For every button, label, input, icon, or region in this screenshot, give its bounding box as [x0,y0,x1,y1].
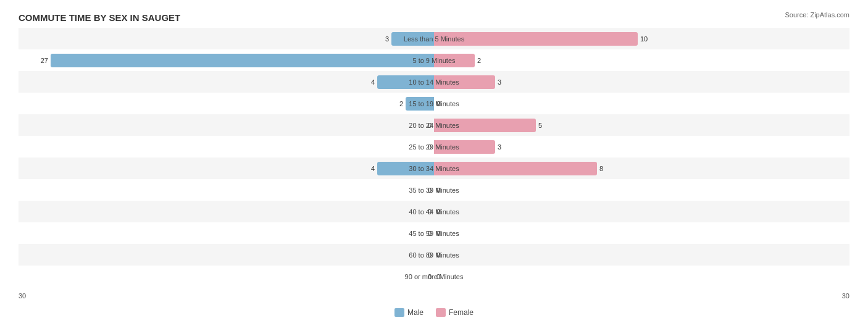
chart-row: 45 to 59 Minutes00 [19,222,849,244]
value-female: 3 [498,143,501,151]
value-male: 0 [428,208,432,216]
chart-row: 35 to 39 Minutes00 [19,179,849,201]
chart-row: 10 to 14 Minutes43 [19,71,849,93]
value-female: 0 [436,187,440,194]
row-label: 90 or more Minutes [405,273,464,280]
bar-female [434,75,495,89]
value-male: 4 [371,78,375,86]
axis-left: 30 [19,292,26,300]
legend-female-box [436,308,446,317]
value-female: 5 [538,122,542,129]
source-label: Source: ZipAtlas.com [785,11,849,19]
bar-male [377,75,434,89]
value-male: 0 [428,143,432,151]
chart-row: 30 to 34 Minutes48 [19,157,849,179]
chart-row: 20 to 24 Minutes05 [19,114,849,136]
row-label: 35 to 39 Minutes [409,187,459,194]
value-male: 0 [428,251,432,259]
value-female: 3 [498,78,501,86]
legend-female-label: Female [449,308,474,317]
chart-row: 40 to 44 Minutes00 [19,201,849,222]
bar-female [434,119,536,132]
bar-male [406,97,434,111]
chart-title: COMMUTE TIME BY SEX IN SAUGET [19,12,849,23]
row-label: 40 to 44 Minutes [409,208,459,216]
value-male: 0 [428,273,432,280]
chart-container: COMMUTE TIME BY SEX IN SAUGET Source: Zi… [0,0,868,323]
value-male: 3 [385,35,389,43]
value-female: 8 [599,165,603,172]
value-female: 0 [436,251,440,259]
axis-right: 30 [842,292,849,300]
bar-female [434,140,495,154]
bar-male [51,54,434,67]
chart-row: 60 to 89 Minutes00 [19,244,849,266]
chart-row: 5 to 9 Minutes272 [19,49,849,71]
bar-female [434,32,638,46]
value-female: 0 [436,230,440,237]
value-female: 0 [436,208,440,216]
value-female: 0 [436,100,440,107]
legend-male: Male [394,308,424,317]
chart-row: 90 or more Minutes00 [19,266,849,287]
value-male: 0 [428,187,432,194]
chart-row: 15 to 19 Minutes20 [19,93,849,114]
chart-row: Less than 5 Minutes310 [19,28,849,49]
value-male: 0 [428,122,432,129]
value-female: 2 [477,57,481,64]
legend-male-box [394,308,404,317]
value-male: 27 [41,57,48,64]
chart-row: 25 to 29 Minutes03 [19,136,849,157]
legend-male-label: Male [407,308,424,317]
value-male: 4 [371,165,375,172]
value-male: 0 [428,230,432,237]
row-label: 60 to 89 Minutes [409,251,459,259]
bar-male [391,32,434,46]
bar-female [434,162,597,175]
bar-female [434,54,475,67]
chart-area: Less than 5 Minutes3105 to 9 Minutes2721… [19,28,849,271]
legend-female: Female [436,308,474,317]
bar-male [377,162,434,175]
row-label: 45 to 59 Minutes [409,230,459,237]
value-female: 10 [640,35,648,43]
value-female: 0 [436,273,440,280]
value-male: 2 [399,100,403,107]
legend: Male Female [394,308,474,317]
